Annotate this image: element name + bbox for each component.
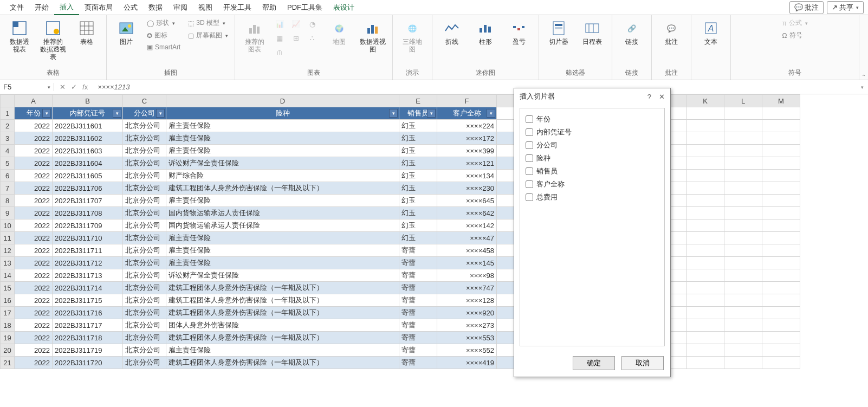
cell[interactable]: 2022BJ311720	[53, 357, 123, 369]
cell[interactable]: 幻玉	[399, 207, 437, 219]
cell[interactable]: 2022BJ311707	[53, 195, 123, 207]
row-header[interactable]: 14	[1, 269, 15, 282]
cell[interactable]	[686, 145, 724, 157]
cell[interactable]: 幻玉	[399, 195, 437, 207]
cell[interactable]: 2022BJ311712	[53, 257, 123, 269]
cell[interactable]: 北京分公司	[123, 257, 166, 269]
cell[interactable]: ××××645	[437, 195, 497, 207]
help-icon[interactable]: ?	[647, 93, 651, 101]
cell[interactable]: 北京分公司	[123, 244, 166, 257]
row-header[interactable]: 16	[1, 294, 15, 307]
tab-dev[interactable]: 开发工具	[218, 1, 257, 15]
cell[interactable]: 诉讼财产保全责任保险	[166, 269, 399, 282]
cell[interactable]	[762, 195, 800, 207]
filter-icon[interactable]: ▾	[427, 109, 436, 118]
cell[interactable]: 北京分公司	[123, 232, 166, 244]
sparkline-column-button[interactable]: 柱形	[470, 17, 501, 48]
cell[interactable]	[724, 319, 762, 332]
row-header[interactable]: 4	[1, 145, 15, 157]
cell[interactable]: 2022	[15, 319, 53, 332]
row-header[interactable]: 12	[1, 244, 15, 257]
3dmodel-button[interactable]: ⬚3D 模型▾	[186, 17, 230, 29]
cell[interactable]: 建筑工程团体人身意外伤害保险（一年期及以下）	[166, 307, 399, 319]
cell[interactable]: ××××128	[437, 294, 497, 307]
cell[interactable]: ××××920	[437, 307, 497, 319]
cell[interactable]: ××××224	[437, 120, 497, 132]
pivotchart-button[interactable]: 数据透视图	[358, 17, 388, 55]
bar-chart-icon[interactable]: 📊	[273, 17, 286, 30]
cell[interactable]	[762, 145, 800, 157]
table-header[interactable]: 年份▾	[15, 107, 53, 120]
slicer-field-checkbox[interactable]: 年份	[524, 113, 660, 126]
row-header[interactable]: 15	[1, 282, 15, 294]
cell[interactable]	[686, 170, 724, 182]
scatter-chart-icon[interactable]: ∴	[306, 31, 319, 44]
cell[interactable]	[724, 232, 762, 244]
cell[interactable]	[686, 294, 724, 307]
row-header[interactable]: 6	[1, 170, 15, 182]
cell[interactable]: 北京分公司	[123, 195, 166, 207]
cell[interactable]: ××××142	[437, 219, 497, 232]
combo-chart-icon[interactable]: ⫙	[273, 46, 286, 59]
cell[interactable]	[724, 132, 762, 145]
cell[interactable]: 北京分公司	[123, 145, 166, 157]
cell[interactable]: 财产综合险	[166, 170, 399, 182]
cell[interactable]: 寄蕾	[399, 332, 437, 344]
pivot-table-button[interactable]: 数据透 视表	[4, 17, 35, 55]
cell[interactable]: 建筑工程团体人身意外伤害保险（一年期及以下）	[166, 282, 399, 294]
cell[interactable]	[724, 170, 762, 182]
pictures-button[interactable]: 图片	[111, 17, 141, 48]
row-header[interactable]: 13	[1, 257, 15, 269]
cell[interactable]: 幻玉	[399, 132, 437, 145]
cell[interactable]	[724, 219, 762, 232]
table-header[interactable]: 销售员▾	[399, 107, 437, 120]
cell[interactable]: 北京分公司	[123, 332, 166, 344]
cell[interactable]: 北京分公司	[123, 132, 166, 145]
cell[interactable]	[686, 282, 724, 294]
cell[interactable]: 2022BJ311709	[53, 219, 123, 232]
cell[interactable]	[686, 344, 724, 357]
cell[interactable]: 2022BJ311714	[53, 282, 123, 294]
cell[interactable]: 2022	[15, 344, 53, 357]
slicer-field-checkbox[interactable]: 分公司	[524, 139, 660, 152]
cell[interactable]: 幻玉	[399, 170, 437, 182]
slicer-field-checkbox[interactable]: 总费用	[524, 191, 660, 204]
cell[interactable]: 诉讼财产保全责任保险	[166, 157, 399, 170]
cell[interactable]: ××××419	[437, 357, 497, 369]
cell[interactable]: 2022BJ311717	[53, 319, 123, 332]
cell[interactable]	[762, 170, 800, 182]
cell[interactable]: 2022	[15, 307, 53, 319]
cancel-icon[interactable]: ✕	[60, 83, 66, 91]
cell[interactable]: 幻玉	[399, 157, 437, 170]
cell[interactable]: 雇主责任保险	[166, 145, 399, 157]
slicer-field-checkbox[interactable]: 险种	[524, 152, 660, 165]
cell[interactable]: 2022	[15, 294, 53, 307]
enter-icon[interactable]: ✓	[71, 83, 77, 91]
cell[interactable]: 北京分公司	[123, 182, 166, 195]
cell[interactable]	[762, 332, 800, 344]
filter-icon[interactable]: ▾	[42, 109, 51, 118]
name-box[interactable]: F5▾	[0, 83, 54, 91]
symbol-button[interactable]: Ω符号	[780, 30, 810, 41]
fx-icon[interactable]: fx	[82, 83, 88, 91]
cell[interactable]: 2022BJ311716	[53, 307, 123, 319]
tab-view[interactable]: 视图	[193, 1, 218, 15]
cell[interactable]: 雇主责任保险	[166, 120, 399, 132]
3dmap-button[interactable]: 🌐三维地 图	[397, 17, 427, 55]
cell[interactable]: 幻玉	[399, 120, 437, 132]
stat-chart-icon[interactable]: ⊞	[289, 31, 302, 44]
cell[interactable]: 寄蕾	[399, 307, 437, 319]
ok-button[interactable]: 确定	[573, 356, 615, 370]
cell[interactable]	[762, 282, 800, 294]
screenshot-button[interactable]: ▢屏幕截图▾	[186, 30, 230, 41]
filter-icon[interactable]: ▾	[156, 109, 165, 118]
cell[interactable]: 2022BJ311715	[53, 294, 123, 307]
recommended-charts-button[interactable]: 推荐的 图表	[239, 17, 270, 55]
cell[interactable]	[724, 344, 762, 357]
table-header[interactable]: 客户全称▾	[437, 107, 497, 120]
timeline-button[interactable]: 日程表	[577, 17, 607, 48]
cell[interactable]: 寄蕾	[399, 344, 437, 357]
select-all[interactable]	[1, 95, 15, 107]
cell[interactable]: 北京分公司	[123, 282, 166, 294]
cell[interactable]: 2022	[15, 170, 53, 182]
